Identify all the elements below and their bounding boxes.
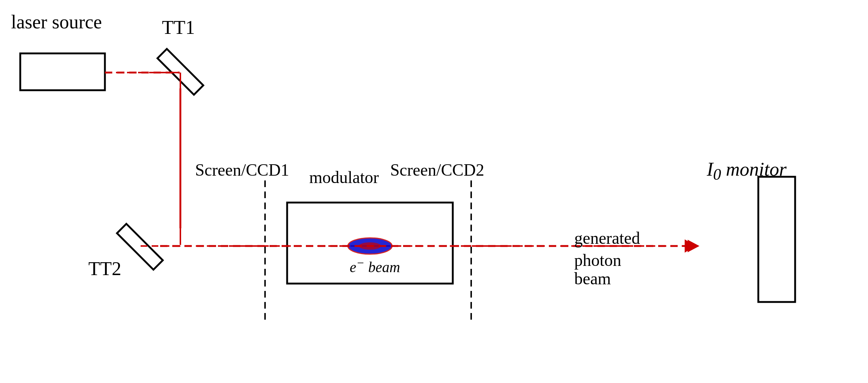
- diagram-container: laser source TT1 TT2 Screen/CCD1 Screen/…: [0, 0, 868, 383]
- monitor-text: monitor: [726, 159, 787, 180]
- i0-symbol: I: [707, 159, 713, 180]
- i0-subscript: 0: [713, 165, 721, 183]
- beam-word: beam: [368, 259, 400, 275]
- tt1-label: TT1: [162, 17, 195, 38]
- modulator-label: modulator: [309, 168, 379, 187]
- e-symbol: e: [350, 259, 356, 275]
- screen-ccd1-label: Screen/CCD1: [195, 160, 289, 180]
- e-superscript: −: [356, 256, 365, 270]
- i0-monitor-label: I0 monitor: [707, 158, 787, 183]
- e-beam-label: e− beam: [350, 256, 400, 276]
- tt2-label: TT2: [88, 258, 121, 280]
- screen-ccd2-label: Screen/CCD2: [390, 160, 484, 180]
- laser-source-label: laser source: [11, 11, 102, 33]
- svg-marker-5: [688, 240, 699, 252]
- photon-label: photon: [574, 250, 621, 270]
- beam-overlay: [0, 0, 868, 383]
- generated-label: generated: [574, 228, 640, 248]
- beam-label: beam: [574, 269, 611, 288]
